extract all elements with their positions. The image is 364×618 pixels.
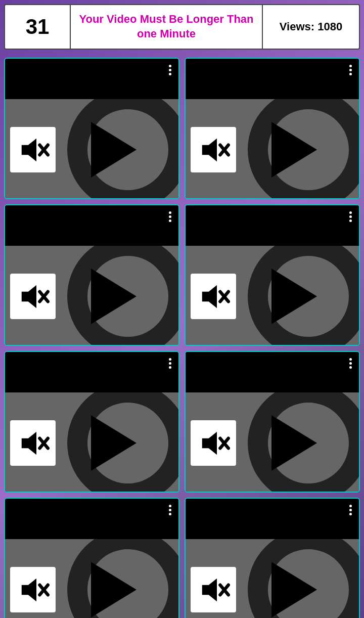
mute-icon — [17, 573, 50, 606]
video-top-bar — [5, 499, 178, 539]
video-top-bar — [186, 499, 359, 539]
video-top-bar — [5, 205, 178, 246]
play-button[interactable] — [261, 122, 317, 178]
video-top-bar — [5, 352, 178, 392]
video-card-6[interactable] — [185, 351, 360, 493]
video-card-1[interactable] — [4, 58, 179, 199]
video-thumbnail[interactable] — [186, 246, 359, 346]
video-thumbnail[interactable] — [186, 392, 359, 493]
video-thumbnail[interactable] — [186, 539, 359, 618]
video-thumbnail[interactable] — [5, 99, 178, 199]
video-card-2[interactable] — [185, 58, 360, 199]
mute-icon — [17, 427, 50, 460]
play-button[interactable] — [261, 415, 317, 471]
video-top-bar — [186, 352, 359, 392]
mute-icon-box — [10, 274, 56, 319]
mute-icon-box — [191, 567, 236, 612]
mute-icon — [197, 134, 230, 166]
play-triangle-icon — [91, 415, 136, 471]
mute-icon-box — [191, 420, 236, 466]
svg-marker-6 — [21, 285, 36, 308]
svg-marker-21 — [202, 578, 216, 601]
play-button[interactable] — [261, 562, 317, 617]
play-triangle-icon — [271, 562, 317, 617]
video-grid — [0, 54, 364, 618]
mute-icon-box — [10, 127, 56, 172]
mute-icon — [17, 134, 50, 166]
play-button[interactable] — [81, 122, 136, 178]
play-triangle-icon — [91, 562, 136, 617]
svg-marker-12 — [21, 431, 36, 455]
video-card-4[interactable] — [185, 204, 360, 346]
play-triangle-icon — [91, 122, 136, 178]
svg-marker-9 — [202, 285, 216, 308]
header-title: Your Video Must Be Longer Than one Minut… — [71, 5, 263, 49]
play-triangle-icon — [271, 122, 317, 178]
mute-icon-box — [10, 420, 56, 466]
more-options-button[interactable] — [167, 356, 173, 371]
mute-icon-box — [191, 274, 236, 319]
more-options-button[interactable] — [167, 63, 173, 77]
play-triangle-icon — [271, 269, 317, 324]
video-thumbnail[interactable] — [5, 539, 178, 618]
more-options-button[interactable] — [347, 209, 354, 224]
play-button[interactable] — [81, 562, 136, 617]
mute-icon — [197, 280, 230, 313]
video-card-7[interactable] — [4, 498, 179, 618]
mute-icon — [197, 573, 230, 606]
video-thumbnail[interactable] — [5, 246, 178, 346]
play-button[interactable] — [81, 415, 136, 471]
play-button[interactable] — [81, 269, 136, 324]
mute-icon — [17, 280, 50, 313]
video-top-bar — [186, 59, 359, 99]
play-triangle-icon — [91, 269, 136, 324]
play-button[interactable] — [261, 269, 317, 324]
svg-marker-3 — [202, 138, 216, 161]
video-card-5[interactable] — [4, 351, 179, 493]
video-top-bar — [5, 59, 178, 99]
more-options-button[interactable] — [167, 209, 173, 224]
header-bar: 31 Your Video Must Be Longer Than one Mi… — [4, 4, 360, 50]
video-thumbnail[interactable] — [5, 392, 178, 493]
video-card-3[interactable] — [4, 204, 179, 346]
svg-marker-0 — [21, 138, 36, 161]
more-options-button[interactable] — [347, 63, 354, 77]
more-options-button[interactable] — [347, 356, 354, 371]
svg-marker-18 — [21, 578, 36, 601]
more-options-button[interactable] — [347, 503, 354, 517]
more-options-button[interactable] — [167, 503, 173, 517]
svg-marker-15 — [202, 431, 216, 455]
header-number: 31 — [5, 5, 71, 49]
mute-icon-box — [10, 567, 56, 612]
header-views: Views: 1080 — [263, 5, 359, 49]
play-triangle-icon — [271, 415, 317, 471]
video-top-bar — [186, 205, 359, 246]
video-thumbnail[interactable] — [186, 99, 359, 199]
video-card-8[interactable] — [185, 498, 360, 618]
mute-icon-box — [191, 127, 236, 172]
mute-icon — [197, 427, 230, 460]
